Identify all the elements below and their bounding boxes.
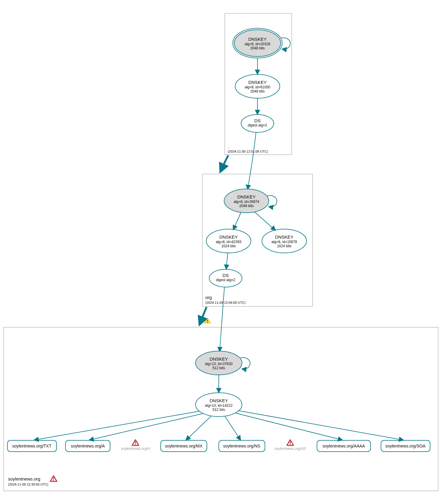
node-root-ds[interactable]: DS digest alg=2 — [241, 115, 274, 132]
zone-root-label: . — [228, 144, 229, 149]
node-title: DNSKEY — [219, 234, 238, 240]
record-label: soylentnews.org/SOA — [385, 444, 426, 448]
warning-icon[interactable] — [132, 440, 139, 445]
node-line3: 512 bits — [213, 366, 225, 370]
zone-leaf-label: soylentnews.org — [8, 476, 40, 481]
node-title: DNSKEY — [210, 356, 228, 361]
node-org-zsk2[interactable]: DNSKEY alg=8, id=15678 1024 bits — [262, 229, 307, 253]
node-title: DNSKEY — [237, 194, 256, 199]
node-line2: alg=8, id=15678 — [271, 240, 297, 244]
edge-zsk-a — [89, 414, 203, 440]
edge-orgds-leafksk — [220, 287, 224, 351]
node-line3: 2048 bits — [239, 204, 254, 208]
zone-leaf-timestamp: (2024-11-09 12:30:56 UTC) — [8, 483, 48, 486]
node-org-zsk1[interactable]: DNSKEY alg=8, id=42393 1024 bits — [206, 229, 251, 253]
edge-zsk-mx — [186, 416, 211, 440]
warning-icon[interactable] — [50, 476, 57, 481]
ghost-label: soylentnews.org/NS — [274, 447, 306, 451]
edge-orgksk-zsk1 — [233, 212, 241, 230]
record-label: soylentnews.org/A — [71, 444, 105, 448]
delegation-root-org — [220, 155, 228, 172]
edge-zsk-ns — [225, 416, 240, 440]
node-root-zsk[interactable]: DNSKEY alg=8, id=61050 2048 bits — [235, 74, 280, 98]
node-line3: 1024 bits — [277, 244, 292, 248]
record-label: soylentnews.org/MX — [165, 444, 203, 448]
record-a[interactable]: soylentnews.org/A — [65, 440, 110, 452]
node-line2: alg=8, id=26974 — [234, 200, 259, 204]
node-line2: digest alg=2 — [248, 123, 267, 127]
node-title: DS — [223, 273, 229, 278]
record-txt[interactable]: soylentnews.org/TXT — [7, 440, 57, 452]
node-line2: alg=13, id=14222 — [205, 403, 233, 408]
dnssec-diagram: . (2024-11-09 12:01:08 UTC) DNSKEY alg=8… — [0, 0, 442, 504]
node-title: DNSKEY — [210, 398, 228, 403]
edge-orgzsk1-orgds — [226, 253, 228, 269]
node-root-ksk[interactable]: DNSKEY alg=8, id=20326 2048 bits — [233, 28, 282, 58]
node-leaf-ksk[interactable]: DNSKEY alg=13, id=37630 512 bits — [196, 351, 242, 375]
record-aaaa[interactable]: soylentnews.org/AAAA — [317, 440, 371, 452]
ghost-ns: soylentnews.org/NS — [274, 440, 306, 451]
edge-zsk-soa — [238, 411, 403, 440]
node-org-ksk[interactable]: DNSKEY alg=8, id=26974 2048 bits — [224, 189, 269, 213]
edge-orgksk-zsk2 — [254, 212, 275, 230]
record-label: soylentnews.org/NS — [223, 444, 260, 448]
node-line2: alg=8, id=20326 — [245, 42, 270, 46]
node-title: DS — [254, 118, 261, 123]
edge-rootds-orgksk — [248, 132, 256, 189]
node-line2: digest alg=2 — [216, 278, 235, 282]
node-line3: 1024 bits — [221, 244, 236, 248]
node-line3: 2048 bits — [250, 89, 265, 93]
zone-root-timestamp: (2024-11-09 12:01:08 UTC) — [228, 150, 268, 153]
warning-icon[interactable] — [287, 440, 293, 445]
edge-zsk-txt — [34, 411, 199, 440]
ghost-label: soylentnews.org/A — [121, 447, 150, 451]
record-ns[interactable]: soylentnews.org/NS — [219, 440, 265, 452]
node-title: DNSKEY — [248, 80, 267, 85]
zone-org-timestamp: (2024-11-09 12:04:00 UTC) — [205, 301, 246, 304]
node-org-ds[interactable]: DS digest alg=2 — [209, 269, 242, 287]
node-title: DNSKEY — [248, 37, 267, 42]
record-soa[interactable]: soylentnews.org/SOA — [381, 440, 430, 452]
node-line2: alg=13, id=37630 — [205, 362, 233, 366]
node-line3: 512 bits — [213, 408, 225, 412]
record-label: soylentnews.org/TXT — [12, 444, 51, 448]
node-title: DNSKEY — [275, 234, 293, 240]
node-line2: alg=8, id=61050 — [245, 85, 270, 89]
zone-org-label: org — [205, 295, 212, 300]
node-line3: 2048 bits — [250, 46, 265, 50]
warning-icon[interactable] — [204, 318, 210, 323]
node-leaf-zsk[interactable]: DNSKEY alg=13, id=14222 512 bits — [196, 393, 242, 417]
ghost-a: soylentnews.org/A — [121, 440, 150, 451]
node-line2: alg=8, id=42393 — [216, 240, 241, 244]
record-label: soylentnews.org/AAAA — [323, 444, 365, 448]
record-mx[interactable]: soylentnews.org/MX — [161, 440, 207, 452]
